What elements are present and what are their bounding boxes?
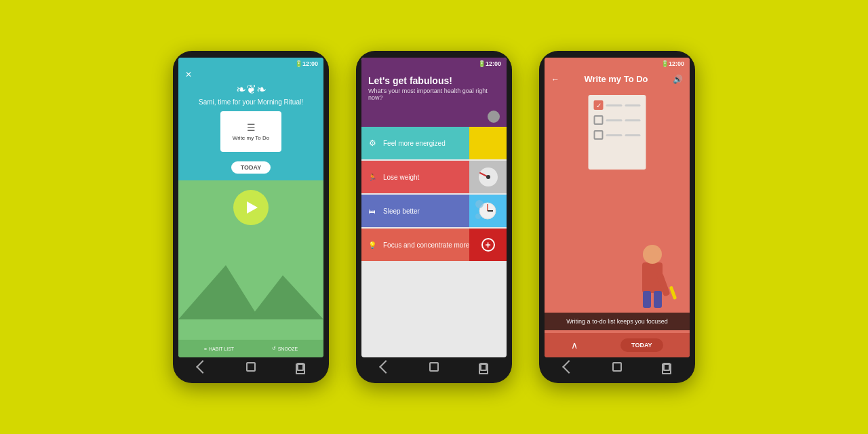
goal-weight-image [469, 161, 507, 193]
play-icon [247, 201, 258, 214]
check-text-2 [606, 119, 623, 121]
nav-back-button[interactable] [197, 361, 209, 373]
nav-recents-button-2[interactable] [476, 361, 488, 373]
task-card[interactable]: ☰ Write my To Do [220, 111, 281, 152]
task-card-icon: ☰ [247, 122, 256, 133]
check-line-1: ✓ [594, 100, 641, 110]
back-arrow-icon-3b [562, 360, 576, 374]
nav-back-button-2[interactable] [380, 361, 392, 373]
goal-energized-icon: ⚙ [361, 138, 383, 148]
svg-point-5 [475, 200, 484, 208]
back-arrow-icon-3[interactable]: ← [551, 75, 559, 84]
check-text-3 [606, 134, 623, 136]
checkbox-3 [594, 130, 604, 140]
nav-back-button-3[interactable] [563, 361, 575, 373]
phone-3-nav-bar [545, 357, 690, 376]
svg-rect-12 [654, 291, 662, 308]
habit-list-label: HABIT LIST [209, 347, 234, 351]
phone-3-tooltip: Writing a to-do list keeps you focused [545, 313, 690, 330]
mountain-left [178, 265, 260, 319]
recents-icon-2 [480, 363, 487, 371]
checkbox-2 [594, 115, 604, 125]
phone-3: 🔋 12:00 ← Write my To Do 🔊 ✓ [539, 51, 695, 383]
chevron-up-icon[interactable]: ∧ [571, 340, 578, 351]
phone-2: 🔋 12:00 Let's get fabulous! What's your … [356, 51, 512, 383]
phone-3-title: Write my To Do [559, 74, 673, 84]
list-icon: ≡ [204, 347, 207, 351]
check-text-1 [606, 104, 623, 106]
back-arrow-icon [196, 360, 210, 374]
phone-2-status-bar: 🔋 12:00 [361, 58, 507, 70]
phone-1-teal-section: ✕ ❧❦❧ Sami, time for your Morning Ritual… [178, 70, 323, 180]
home-icon-2 [429, 362, 439, 372]
phone-3-today-button[interactable]: TODAY [620, 338, 663, 352]
phone-3-status-bar: 🔋 12:00 [545, 58, 690, 70]
goal-sleep[interactable]: 🛏 Sleep better [361, 195, 507, 227]
phone-3-screen: 🔋 12:00 ← Write my To Do 🔊 ✓ [545, 58, 690, 357]
svg-point-1 [486, 175, 490, 179]
goal-focus-icon: 💡 [361, 241, 383, 249]
mountain-right [249, 275, 323, 319]
phone-2-nav-bar [361, 357, 507, 376]
phone-1-time: 12:00 [302, 60, 318, 67]
close-icon[interactable]: ✕ [185, 70, 192, 79]
back-arrow-icon-2 [379, 360, 393, 374]
phone-3-header: ← Write my To Do 🔊 [545, 70, 690, 88]
goal-focus[interactable]: 💡 Focus and concentrate more + [361, 229, 507, 261]
snooze-button[interactable]: ↺ SNOOZE [272, 346, 298, 351]
play-button[interactable] [233, 190, 269, 225]
phone-3-illustration: ✓ [545, 88, 690, 310]
battery-icon: 🔋 [295, 60, 302, 67]
phone-2-screen: 🔋 12:00 Let's get fabulous! What's your … [361, 58, 507, 357]
check-line-3 [594, 130, 641, 140]
goal-sleep-icon: 🛏 [361, 208, 383, 215]
today-button[interactable]: TODAY [231, 161, 271, 174]
home-icon [246, 362, 256, 372]
phone-1-nav-bar [178, 357, 323, 376]
ornament-decoration: ❧❦❧ [236, 82, 267, 97]
volume-icon[interactable]: 🔊 [673, 75, 683, 84]
phone-3-today-row: ∧ TODAY [545, 333, 690, 357]
phone-1-green-section [178, 180, 323, 340]
check-text-3b [625, 134, 641, 136]
phone-2-time: 12:00 [486, 60, 501, 67]
snooze-icon: ↺ [272, 346, 276, 351]
nav-recents-button-3[interactable] [659, 361, 671, 373]
recents-icon [297, 363, 304, 371]
check-line-2 [594, 115, 641, 125]
phone-1-bottom-bar: ≡ HABIT LIST ↺ SNOOZE [178, 340, 323, 357]
tooltip-text: Writing a to-do list keeps you focused [566, 318, 667, 325]
phone-2-title: Let's get fabulous! [368, 75, 500, 86]
goal-energized[interactable]: ⚙ Feel more energized [361, 127, 507, 159]
svg-point-8 [643, 245, 662, 264]
phone-1-screen: 🔋 12:00 ✕ ❧❦❧ Sami, time for your Mornin… [178, 58, 323, 357]
phone-1-status-bar: 🔋 12:00 [178, 58, 323, 70]
goal-focus-image: + [469, 229, 507, 261]
home-icon-3 [612, 362, 622, 372]
battery-icon-3: 🔋 [661, 60, 669, 67]
toggle-row [361, 108, 507, 127]
phone-3-time: 12:00 [669, 60, 684, 67]
task-card-text: Write my To Do [233, 135, 269, 141]
nav-home-button-2[interactable] [428, 361, 440, 373]
goal-weight[interactable]: 🏃 Lose weight [361, 161, 507, 193]
add-icon[interactable]: + [481, 238, 495, 252]
battery-icon-2: 🔋 [478, 60, 486, 67]
nav-home-button[interactable] [245, 361, 257, 373]
svg-point-6 [475, 214, 481, 219]
checklist-paper: ✓ [589, 95, 646, 170]
svg-rect-10 [669, 286, 677, 300]
goal-energized-image [469, 127, 507, 159]
nav-home-button-3[interactable] [611, 361, 623, 373]
nav-recents-button[interactable] [293, 361, 305, 373]
phone-1: 🔋 12:00 ✕ ❧❦❧ Sami, time for your Mornin… [173, 51, 329, 383]
check-text-2b [625, 119, 641, 121]
figure-illustration [625, 235, 679, 310]
habit-list-button[interactable]: ≡ HABIT LIST [204, 347, 234, 351]
goal-weight-icon: 🏃 [361, 174, 383, 181]
recents-icon-3 [663, 363, 670, 371]
toggle-control[interactable] [488, 111, 500, 123]
phone-2-subtitle: What's your most important health goal r… [368, 87, 500, 101]
phone-2-header: Let's get fabulous! What's your most imp… [361, 70, 507, 108]
goal-sleep-image [469, 195, 507, 227]
